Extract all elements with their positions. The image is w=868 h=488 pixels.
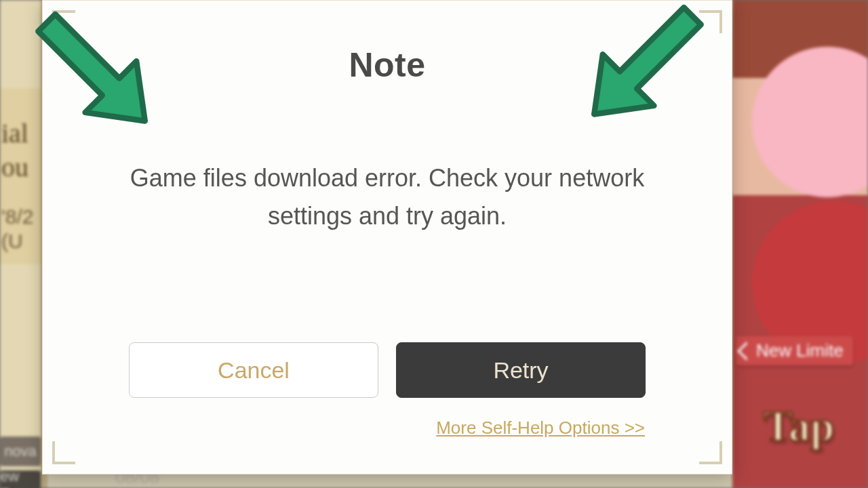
error-dialog: Note Game files download error. Check yo… bbox=[42, 0, 732, 474]
dialog-actions: Cancel Retry bbox=[43, 342, 732, 398]
dialog-corner-decoration bbox=[52, 10, 75, 33]
bg-news-chip-1-label: nova bbox=[4, 443, 37, 460]
bg-new-limited-badge-label: New Limite bbox=[756, 340, 844, 361]
bg-left-subtitle: '8/2 (U bbox=[0, 205, 41, 253]
cancel-button[interactable]: Cancel bbox=[129, 342, 378, 398]
bg-news-chip-2-label: ew Ev... bbox=[0, 468, 41, 488]
bg-new-limited-badge: New Limite bbox=[736, 336, 853, 365]
dialog-title: Note bbox=[43, 45, 732, 85]
dialog-corner-decoration bbox=[52, 441, 75, 464]
bg-news-chip-1: nova bbox=[0, 436, 41, 466]
bg-left-title-line2: ou bbox=[1, 152, 28, 182]
bg-character-art: New Limite Tap bbox=[732, 0, 868, 488]
retry-button[interactable]: Retry bbox=[396, 342, 646, 398]
dialog-message: Game files download error. Check your ne… bbox=[109, 159, 665, 235]
bg-news-chip-2: ew Ev... bbox=[0, 470, 41, 488]
bg-left-title: ial ou bbox=[0, 117, 41, 184]
bg-left-sub-line2: (U bbox=[1, 230, 23, 252]
dialog-corner-decoration bbox=[699, 441, 722, 464]
self-help-link[interactable]: More Self-Help Options >> bbox=[436, 418, 645, 439]
dialog-corner-decoration bbox=[699, 10, 722, 33]
bg-left-title-line1: ial bbox=[1, 118, 28, 148]
cancel-button-label: Cancel bbox=[218, 357, 290, 384]
bg-tap-text: Tap bbox=[764, 401, 834, 451]
retry-button-label: Retry bbox=[493, 357, 548, 384]
bg-left-sub-line1: '8/2 bbox=[1, 205, 33, 228]
